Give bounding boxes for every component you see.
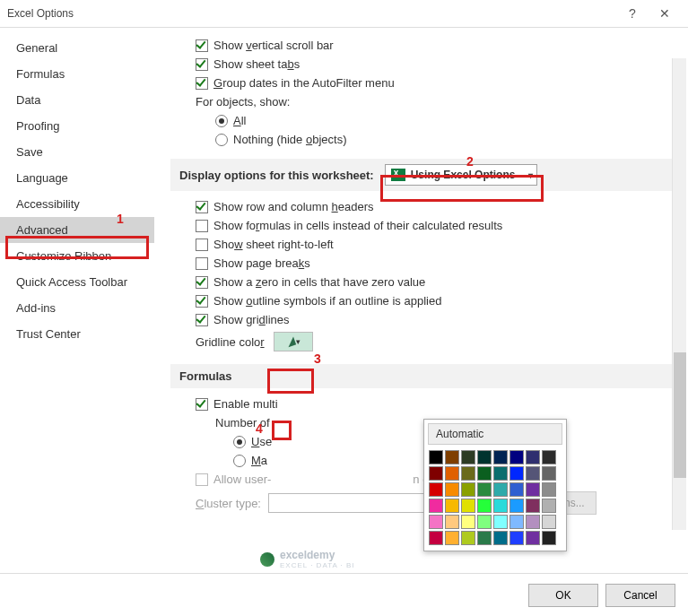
radio-use-all[interactable] xyxy=(233,436,246,448)
color-swatch[interactable] xyxy=(445,450,459,464)
color-swatch[interactable] xyxy=(429,482,443,497)
color-swatch[interactable] xyxy=(509,499,524,513)
color-swatch[interactable] xyxy=(493,482,508,497)
chk-rtl[interactable] xyxy=(196,239,208,251)
chk-allow-udf xyxy=(196,473,208,486)
color-swatch[interactable] xyxy=(461,466,475,481)
color-swatch[interactable] xyxy=(445,482,459,497)
color-swatch[interactable] xyxy=(542,515,556,529)
sidebar-item-proofing[interactable]: Proofing xyxy=(0,113,154,139)
color-automatic[interactable]: Automatic xyxy=(428,423,562,445)
color-swatch[interactable] xyxy=(477,466,492,481)
color-swatch[interactable] xyxy=(461,482,475,497)
color-swatch[interactable] xyxy=(542,499,556,513)
ok-button[interactable]: OK xyxy=(528,584,598,607)
chk-row-col-headers[interactable] xyxy=(196,201,208,213)
help-button[interactable]: ? xyxy=(616,4,649,23)
color-swatch[interactable] xyxy=(542,450,556,464)
radio-nothing[interactable] xyxy=(215,134,228,146)
color-swatch[interactable] xyxy=(477,515,492,529)
color-swatch[interactable] xyxy=(493,450,508,464)
color-swatch[interactable] xyxy=(509,515,524,529)
lbl-group-dates: Group dates in the AutoFilter menu xyxy=(213,76,395,90)
sidebar-item-general[interactable]: General xyxy=(0,35,154,61)
sidebar-item-formulas[interactable]: Formulas xyxy=(0,61,154,87)
lbl-allow-udf: Allow user- xyxy=(213,473,271,486)
color-swatch[interactable] xyxy=(526,466,540,481)
category-sidebar: General Formulas Data Proofing Save Lang… xyxy=(0,28,154,573)
gridline-color-picker[interactable]: ◢ ▾ xyxy=(274,332,313,351)
color-swatch[interactable] xyxy=(477,499,492,513)
sidebar-item-qat[interactable]: Quick Access Toolbar xyxy=(0,269,154,295)
color-swatch[interactable] xyxy=(445,499,459,513)
sidebar-item-save[interactable]: Save xyxy=(0,139,154,165)
color-swatch[interactable] xyxy=(542,466,556,481)
chk-outline-symbols[interactable] xyxy=(196,295,208,308)
radio-manual[interactable] xyxy=(233,455,246,467)
lbl-gridline-color: Gridline color xyxy=(196,335,265,349)
chk-group-dates[interactable] xyxy=(196,77,208,90)
color-swatch[interactable] xyxy=(509,482,524,497)
chk-page-breaks[interactable] xyxy=(196,257,208,270)
sidebar-item-language[interactable]: Language xyxy=(0,165,154,191)
color-swatch[interactable] xyxy=(477,450,492,464)
sidebar-item-trust-center[interactable]: Trust Center xyxy=(0,321,154,347)
content-scroll-thumb[interactable] xyxy=(674,352,686,478)
chk-enable-multi[interactable] xyxy=(196,398,208,411)
lbl-radio-all: All xyxy=(233,114,246,127)
color-swatch[interactable] xyxy=(461,499,475,513)
sidebar-item-customize-ribbon[interactable]: Customize Ribbon xyxy=(0,243,154,269)
section-display-worksheet: Display options for this worksheet: Usin… xyxy=(170,159,672,191)
lbl-radio-use: Use xyxy=(251,435,272,448)
color-swatch[interactable] xyxy=(461,515,475,529)
color-swatch[interactable] xyxy=(526,515,540,529)
color-swatch[interactable] xyxy=(445,515,459,529)
cancel-button[interactable]: Cancel xyxy=(605,584,675,607)
color-swatch[interactable] xyxy=(429,466,443,481)
lbl-objects: For objects, show: xyxy=(196,95,291,108)
chk-zero-values[interactable] xyxy=(196,276,208,289)
color-swatch[interactable] xyxy=(445,531,459,545)
color-swatch[interactable] xyxy=(429,531,443,545)
color-swatch[interactable] xyxy=(526,482,540,497)
color-swatch[interactable] xyxy=(493,466,508,481)
color-swatch[interactable] xyxy=(493,499,508,513)
color-swatch[interactable] xyxy=(429,499,443,513)
color-swatch[interactable] xyxy=(526,450,540,464)
lbl-row-col-headers: Show row and column headers xyxy=(213,200,374,213)
chk-show-formulas[interactable] xyxy=(196,220,208,232)
color-swatch[interactable] xyxy=(477,531,492,545)
worksheet-dropdown[interactable]: Using Excel Options ▾ xyxy=(385,164,537,186)
chk-vertical-scroll[interactable] xyxy=(196,39,208,52)
color-swatch[interactable] xyxy=(509,531,524,545)
color-swatch[interactable] xyxy=(526,531,540,545)
color-swatch[interactable] xyxy=(526,499,540,513)
sidebar-item-advanced[interactable]: Advanced xyxy=(0,217,154,243)
color-swatch[interactable] xyxy=(493,515,508,529)
lbl-cluster-type: Cluster type: xyxy=(196,497,261,510)
sidebar-item-addins[interactable]: Add-ins xyxy=(0,295,154,321)
radio-all[interactable] xyxy=(215,115,228,127)
section-formulas: Formulas xyxy=(170,364,672,388)
sidebar-item-data[interactable]: Data xyxy=(0,87,154,113)
color-swatch[interactable] xyxy=(542,482,556,497)
color-swatch[interactable] xyxy=(461,531,475,545)
color-swatch[interactable] xyxy=(509,466,524,481)
window-title: Excel Options xyxy=(7,7,74,20)
color-swatch[interactable] xyxy=(461,450,475,464)
color-swatch[interactable] xyxy=(429,450,443,464)
chk-sheet-tabs[interactable] xyxy=(196,58,208,71)
section-formulas-label: Formulas xyxy=(179,369,232,383)
close-button[interactable]: ✕ xyxy=(649,4,681,23)
paint-bucket-icon: ◢ xyxy=(283,334,295,349)
color-swatch[interactable] xyxy=(542,531,556,545)
color-swatch[interactable] xyxy=(493,531,508,545)
color-swatch[interactable] xyxy=(509,450,524,464)
sidebar-item-accessibility[interactable]: Accessibility xyxy=(0,191,154,217)
color-swatch[interactable] xyxy=(445,466,459,481)
chk-gridlines[interactable] xyxy=(196,314,208,326)
color-swatch[interactable] xyxy=(477,482,492,497)
color-swatch[interactable] xyxy=(429,515,443,529)
section-display-worksheet-label: Display options for this worksheet: xyxy=(179,169,374,182)
lbl-number-of: Number of xyxy=(215,416,270,429)
